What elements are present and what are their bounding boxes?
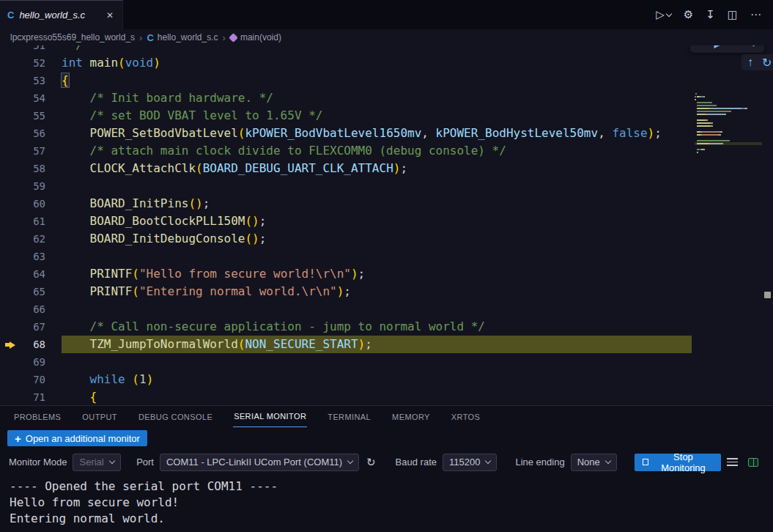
line-number[interactable]: 64 [21, 265, 45, 283]
tab-terminal[interactable]: TERMINAL [327, 407, 371, 427]
code-line[interactable]: 58 CLOCK_AttachClk(BOARD_DEBUG_UART_CLK_… [0, 160, 773, 177]
symbol-method-icon [229, 33, 238, 43]
port-select[interactable]: COM11 - LPC-LinkII UCom Port (COM11) [160, 454, 359, 471]
refresh-ports-icon[interactable]: ↻ [365, 456, 377, 469]
code-text: TZM_JumpToNormalWorld(NON_SECURE_START); [45, 336, 372, 353]
tab-memory[interactable]: MEMORY [391, 407, 431, 427]
code-line[interactable]: 67 /* Call non-secure application - jump… [0, 318, 773, 336]
code-line[interactable]: 51 */ [0, 45, 773, 54]
chevron-down-icon [604, 458, 610, 464]
line-number[interactable]: 67 [21, 318, 45, 336]
clear-output-icon[interactable] [727, 458, 738, 466]
line-number[interactable]: 59 [21, 177, 45, 195]
code-line[interactable]: 71 { [0, 388, 773, 405]
breadcrumb-file[interactable]: C hello_world_s.c [147, 32, 218, 43]
tab-debug-console[interactable]: DEBUG CONSOLE [138, 407, 213, 427]
drag-handle-icon[interactable]: ⠿ [698, 45, 706, 48]
terminal-mode-icon[interactable] [748, 458, 758, 467]
line-number[interactable]: 57 [21, 142, 45, 160]
code-line[interactable]: 54 /* Init board hardware. */ [0, 89, 773, 107]
line-number[interactable]: 56 [21, 125, 45, 142]
open-additional-monitor-button[interactable]: + Open an additional monitor [7, 430, 147, 446]
code-text: CLOCK_AttachClk(BOARD_DEBUG_UART_CLK_ATT… [45, 160, 407, 177]
stop-monitoring-button[interactable]: Stop Monitoring [635, 454, 721, 471]
code-text: BOARD_InitPins(); [45, 195, 210, 213]
line-number[interactable]: 51 [21, 45, 45, 54]
line-number[interactable]: 68 [21, 336, 45, 353]
line-number[interactable]: 53 [21, 72, 45, 89]
breadcrumb-separator: › [139, 32, 142, 43]
line-number[interactable]: 55 [21, 107, 45, 125]
tab-problems[interactable]: PROBLEMS [13, 407, 62, 427]
serial-output[interactable]: ---- Opened the serial port COM11 ---- H… [0, 473, 773, 527]
code-text: */ [45, 45, 83, 54]
line-number[interactable]: 60 [21, 195, 45, 213]
line-number[interactable]: 63 [21, 248, 45, 265]
code-line[interactable]: 65 PRINTF("Entering normal world.\r\n"); [0, 283, 773, 300]
baud-rate-label: Baud rate [396, 457, 437, 468]
line-ending-select[interactable]: None [571, 454, 617, 471]
chevron-down-icon [485, 458, 491, 464]
code-line[interactable]: 68 TZM_JumpToNormalWorld(NON_SECURE_STAR… [0, 336, 773, 353]
serial-output-line: Hello from secure world! [10, 495, 773, 511]
panel-tab-bar: PROBLEMS OUTPUT DEBUG CONSOLE SERIAL MON… [0, 406, 773, 427]
tab-output[interactable]: OUTPUT [81, 407, 118, 427]
restart-icon[interactable]: ↻ [762, 56, 772, 70]
tab-serial-monitor[interactable]: SERIAL MONITOR [233, 406, 307, 427]
tab-xrtos[interactable]: XRTOS [451, 407, 481, 427]
line-number[interactable]: 69 [21, 353, 45, 371]
line-number[interactable]: 54 [21, 89, 45, 107]
gear-icon[interactable]: ⚙ [684, 8, 693, 21]
code-line[interactable]: 53{ [0, 72, 773, 89]
line-number[interactable]: 71 [21, 388, 45, 405]
code-line[interactable]: 56 POWER_SetBodVbatLevel(kPOWER_BodVbatL… [0, 125, 773, 142]
breadcrumb: lpcxpresso55s69_hello_world_s › C hello_… [0, 29, 773, 45]
code-line[interactable]: 55 /* set BOD VBAT level to 1.65V */ [0, 107, 773, 125]
breadcrumb-project[interactable]: lpcxpresso55s69_hello_world_s [10, 32, 135, 43]
code-line[interactable]: 62 BOARD_InitDebugConsole(); [0, 230, 773, 248]
code-line[interactable]: 61 BOARD_BootClockPLL150M(); [0, 213, 773, 230]
step-over-icon[interactable]: ↷ [732, 45, 741, 50]
line-number[interactable]: 52 [21, 54, 45, 72]
code-line[interactable]: 57 /* attach main clock divide to FLEXCO… [0, 142, 773, 160]
overview-ruler[interactable] [763, 45, 773, 405]
stop-icon [643, 459, 648, 465]
tab-close-icon[interactable]: ✕ [105, 9, 115, 22]
step-out-icon[interactable]: ↑ [747, 56, 753, 69]
line-number[interactable]: 65 [21, 283, 45, 300]
chevron-down-icon [108, 458, 114, 464]
code-line[interactable]: 59 [0, 177, 773, 195]
code-text: /* attach main clock divide to FLEXCOMM0… [45, 142, 506, 160]
serial-output-line: Entering normal world. [10, 511, 773, 527]
continue-icon[interactable]: ▶ [714, 45, 723, 50]
debug-current-line-arrow[interactable] [0, 336, 21, 353]
code-editor[interactable]: 51 */52int main(void)53{54 /* Init board… [0, 45, 773, 405]
debug-toolbar: ⠿ ▶ ↷ ↓ [690, 45, 764, 53]
code-line[interactable]: 66 [0, 300, 773, 318]
more-actions-icon[interactable]: ⋯ [750, 8, 761, 21]
code-text: int main(void) [45, 54, 160, 72]
code-line[interactable]: 70 while (1) [0, 371, 773, 388]
code-line[interactable]: 60 BOARD_InitPins(); [0, 195, 773, 213]
step-into-icon[interactable]: ↓ [750, 45, 756, 49]
code-line[interactable]: 52int main(void) [0, 54, 773, 72]
tab-title: hello_world_s.c [19, 10, 100, 21]
download-icon[interactable]: ↧ [706, 8, 715, 21]
editor-actions: ▷ ⚙ ↧ ◫ ⋯ [656, 0, 773, 29]
code-text: /* set BOD VBAT level to 1.65V */ [45, 107, 322, 125]
line-number[interactable]: 62 [21, 230, 45, 248]
baud-rate-select[interactable]: 115200 [443, 454, 497, 471]
tab-bar: C hello_world_s.c ✕ ▷ ⚙ ↧ ◫ ⋯ [0, 0, 773, 29]
monitor-mode-select[interactable]: Serial [73, 454, 120, 471]
line-number[interactable]: 66 [21, 300, 45, 318]
breadcrumb-symbol[interactable]: main(void) [230, 32, 281, 43]
code-line[interactable]: 69 [0, 353, 773, 371]
code-line[interactable]: 64 PRINTF("Hello from secure world!\r\n"… [0, 265, 773, 283]
line-number[interactable]: 58 [21, 160, 45, 177]
line-number[interactable]: 70 [21, 371, 45, 388]
line-number[interactable]: 61 [21, 213, 45, 230]
split-editor-icon[interactable]: ◫ [728, 8, 738, 21]
editor-tab-hello-world[interactable]: C hello_world_s.c ✕ [0, 0, 123, 29]
code-line[interactable]: 63 [0, 248, 773, 265]
run-or-debug-icon[interactable]: ▷ [656, 8, 671, 21]
